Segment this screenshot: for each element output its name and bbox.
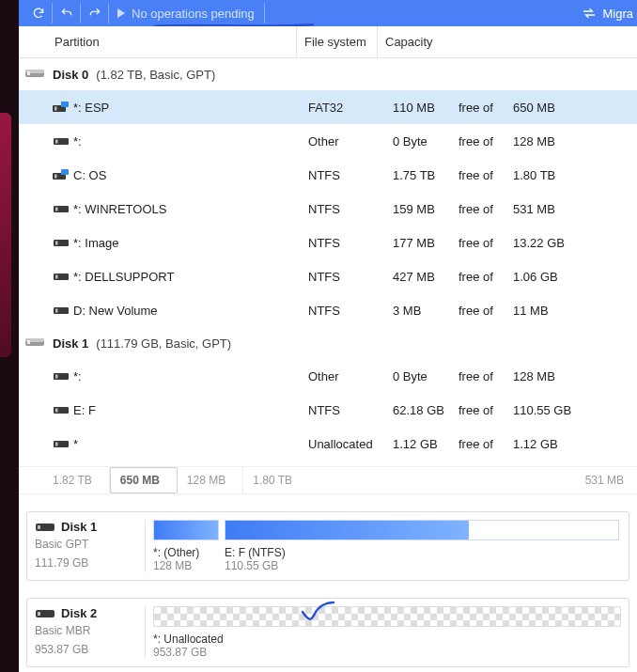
disk2-sub1: Basic MBR <box>35 622 139 639</box>
partition-free: 427 MB <box>393 270 458 284</box>
free-of-label: free of <box>458 304 513 318</box>
disk1-seg-ef-label: E: F (NTFS) 110.55 GB <box>225 546 619 572</box>
partition-total: 128 MB <box>513 369 588 383</box>
svg-rect-9 <box>54 175 57 179</box>
redo-button[interactable] <box>81 3 109 23</box>
partition-row[interactable]: *: DELLSUPPORTNTFS427 MBfree of1.06 GB <box>19 259 637 293</box>
partition-total: 13.22 GB <box>513 236 588 250</box>
free-of-label: free of <box>458 202 513 216</box>
partition-total: 531 MB <box>513 202 588 216</box>
partition-tree: Disk 0 (1.82 TB, Basic, GPT)*: ESPFAT321… <box>19 58 637 461</box>
partition-row[interactable]: *: ESPFAT32110 MBfree of650 MB <box>19 90 637 124</box>
partition-fs: FAT32 <box>308 101 393 115</box>
svg-rect-29 <box>38 525 40 529</box>
partition-row[interactable]: *:Other0 Bytefree of128 MB <box>19 124 637 158</box>
partition-free: 159 MB <box>393 202 458 216</box>
pending-ops-label: No operations pending <box>132 7 255 21</box>
partition-row[interactable]: *Unallocated1.12 GBfree of1.12 GB <box>19 427 637 461</box>
partition-fs: Unallocated <box>308 437 393 451</box>
free-of-label: free of <box>458 270 513 284</box>
partition-row[interactable]: *: ImageNTFS177 MBfree of13.22 GB <box>19 226 637 259</box>
seg-sublabel: 110.55 GB <box>225 559 619 572</box>
partition-total: 1.06 GB <box>513 270 588 284</box>
disk2-seg-unallocated[interactable] <box>153 606 621 627</box>
partition-row[interactable]: C: OSNTFS1.75 TBfree of1.80 TB <box>19 158 637 192</box>
partition-icon <box>53 237 73 248</box>
play-icon <box>117 8 126 18</box>
free-of-label: free of <box>458 168 513 182</box>
partition-fs: NTFS <box>308 202 393 216</box>
seg-label: *: Unallocated <box>153 633 224 646</box>
partition-icon <box>53 135 73 147</box>
partition-fs: NTFS <box>308 304 393 318</box>
partition-row[interactable]: *: WINRETOOLSNTFS159 MBfree of531 MB <box>19 192 637 226</box>
partition-row[interactable]: D: New VolumeNTFS3 MBfree of11 MB <box>19 293 637 327</box>
disk-row[interactable]: Disk 1 (111.79 GB, Basic, GPT) <box>19 327 637 359</box>
partition-name: D: New Volume <box>73 304 308 318</box>
partition-icon <box>53 305 73 316</box>
column-headers: Partition File system Capacity <box>19 26 637 58</box>
disk-info: (1.82 TB, Basic, GPT) <box>96 68 215 82</box>
disk1-seg-other[interactable] <box>153 520 219 540</box>
refresh-button[interactable] <box>24 3 53 23</box>
disk-name: Disk 0 <box>53 68 88 82</box>
redo-icon <box>88 7 101 20</box>
refresh-icon <box>32 7 45 20</box>
svg-rect-5 <box>61 102 69 107</box>
svg-rect-21 <box>27 340 30 344</box>
svg-rect-2 <box>27 71 30 75</box>
col-partition-header[interactable]: Partition <box>19 35 296 49</box>
partition-name: *: WINRETOOLS <box>73 202 308 216</box>
partition-total: 1.80 TB <box>513 168 588 182</box>
disk1-card-header: Disk 1 Basic GPT 111.79 GB <box>35 520 146 572</box>
disk2-bar <box>153 606 621 627</box>
partition-total: 110.55 GB <box>513 403 588 417</box>
svg-rect-4 <box>54 107 57 111</box>
disk-row[interactable]: Disk 0 (1.82 TB, Basic, GPT) <box>19 58 637 90</box>
partition-icon <box>53 102 73 113</box>
seg-sublabel: 128 MB <box>153 559 219 572</box>
disk2-sub2: 953.87 GB <box>35 641 139 658</box>
disk1-sub1: Basic GPT <box>35 536 139 553</box>
svg-rect-31 <box>38 612 40 616</box>
disk1-card[interactable]: Disk 1 Basic GPT 111.79 GB *: (Other) 12… <box>26 511 629 581</box>
partition-fs: NTFS <box>308 236 393 250</box>
hand-annotation-underline <box>154 23 314 26</box>
col-capacity-header[interactable]: Capacity <box>377 26 637 57</box>
partition-total: 11 MB <box>513 304 588 318</box>
summary-seg-selected[interactable]: 650 MB <box>110 467 178 493</box>
col-filesystem-header[interactable]: File system <box>296 26 377 57</box>
partition-icon <box>53 271 73 282</box>
seg-sublabel: 953.87 GB <box>153 646 224 659</box>
migrate-button[interactable]: Migra <box>582 6 637 21</box>
partition-row[interactable]: E: FNTFS62.18 GBfree of110.55 GB <box>19 393 637 427</box>
partition-row[interactable]: *:Other0 Bytefree of128 MB <box>19 359 637 393</box>
partition-icon <box>53 203 73 214</box>
partition-icon <box>53 370 73 382</box>
swap-icon <box>582 6 597 21</box>
partition-name: *: <box>73 134 308 148</box>
undo-button[interactable] <box>53 3 81 23</box>
free-of-label: free of <box>458 369 513 383</box>
disk-info: (111.79 GB, Basic, GPT) <box>96 336 231 351</box>
partition-free: 177 MB <box>393 236 458 250</box>
svg-rect-12 <box>55 208 58 211</box>
disk1-seg-other-label: *: (Other) 128 MB <box>153 546 219 572</box>
disk1-seg-ef[interactable] <box>225 520 619 540</box>
apply-button[interactable]: No operations pending <box>109 3 265 23</box>
svg-rect-18 <box>55 309 58 313</box>
toolbar: No operations pending Migra <box>19 0 637 26</box>
partition-fs: NTFS <box>308 270 393 284</box>
partition-name: *: DELLSUPPORT <box>73 270 308 284</box>
partition-icon <box>53 169 73 180</box>
disk2-card[interactable]: Disk 2 Basic MBR 953.87 GB *: Unallocate… <box>26 598 629 667</box>
partition-name: E: F <box>73 403 308 417</box>
partition-name: C: OS <box>73 168 308 182</box>
partition-name: *: ESP <box>73 101 308 115</box>
partition-free: 3 MB <box>393 304 458 318</box>
partition-fs: NTFS <box>308 403 393 417</box>
main-panel: Partition File system Capacity Disk 0 (1… <box>19 26 637 667</box>
disk-icon <box>24 67 45 83</box>
partition-free: 1.75 TB <box>393 168 458 182</box>
disk2-card-header: Disk 2 Basic MBR 953.87 GB <box>35 606 146 659</box>
